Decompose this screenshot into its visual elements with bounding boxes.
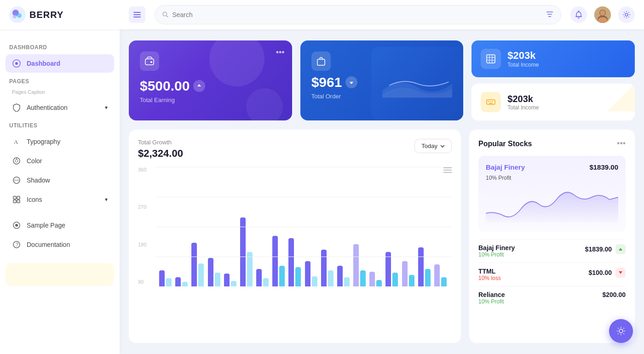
bar-blue [295, 267, 301, 286]
sidebar-item-documentation[interactable]: ? Documentation [6, 235, 114, 254]
sidebar-item-typography[interactable]: A Typography [6, 132, 114, 151]
sidebar-pages-caption: Pages Caption [6, 88, 114, 98]
svg-point-19 [625, 13, 628, 16]
bar-blue [425, 269, 431, 286]
svg-rect-47 [492, 101, 493, 102]
stock-list-item-3: Reliance 10% Profit $200.00 [478, 286, 626, 309]
chart-header: Total Growth $2,324.00 Today [138, 139, 452, 160]
search-icon [162, 11, 168, 18]
fab-settings-button[interactable] [609, 319, 633, 343]
sidebar: Dashboard Dashboard Pages Pages Caption … [0, 29, 120, 354]
bar-purple [272, 236, 278, 286]
sidebar-item-color[interactable]: Color [6, 152, 114, 170]
svg-point-21 [15, 62, 18, 65]
earning-card-icon [140, 51, 159, 71]
main-content: ••• $500.00 Total Earning [120, 29, 644, 354]
chart-title-area: Total Growth $2,324.00 [138, 139, 183, 160]
table-icon [486, 54, 496, 64]
svg-rect-48 [489, 103, 493, 104]
icons-icon [12, 195, 21, 204]
svg-point-7 [163, 12, 167, 16]
bar-blue [392, 273, 398, 286]
bar-group-14 [369, 272, 383, 286]
order-trend-badge [345, 76, 357, 88]
svg-point-24 [15, 160, 18, 162]
stocks-more-button[interactable]: ••• [617, 139, 626, 148]
stock-info-reliance: Reliance 10% Profit [478, 291, 505, 305]
y-label-270: 270 [138, 204, 155, 210]
bottom-section: Total Growth $2,324.00 Today [129, 130, 635, 343]
auth-icon [12, 103, 21, 112]
sidebar-bottom-promo [6, 263, 114, 286]
shadow-icon [12, 176, 21, 185]
search-input[interactable] [172, 11, 546, 18]
svg-rect-28 [13, 196, 16, 199]
stocks-card: Popular Stocks ••• Bajaj Finery $1839.00… [469, 130, 635, 343]
bar-lightblue [263, 278, 269, 286]
sidebar-item-dashboard[interactable]: Dashboard [6, 54, 114, 73]
bag-icon [316, 56, 326, 66]
svg-point-52 [619, 329, 623, 333]
bar-group-5 [224, 274, 238, 286]
sample-page-icon [12, 221, 21, 230]
bar-group-16 [402, 261, 416, 286]
bar-purple [208, 258, 213, 286]
bar-group-15 [385, 252, 399, 286]
y-axis-labels: 360 270 180 90 [138, 167, 155, 286]
bar-lightblue [247, 252, 253, 286]
dashboard-icon [12, 59, 21, 68]
stocks-header: Popular Stocks ••• [478, 139, 626, 148]
bar-lightblue [198, 263, 204, 286]
svg-rect-4 [133, 12, 141, 13]
today-filter-button[interactable]: Today [414, 139, 452, 153]
today-btn-label: Today [421, 143, 437, 149]
bar-purple [321, 250, 327, 286]
keyboard-icon [486, 97, 496, 107]
stock-profit-ttml: 10% loss [478, 275, 501, 281]
bar-group-1 [159, 270, 173, 286]
earning-trend-badge [193, 80, 205, 92]
bar-group-10 [305, 261, 319, 286]
chart-section: Total Growth $2,324.00 Today [129, 130, 461, 343]
svg-rect-38 [317, 59, 325, 65]
bar-lightblue [166, 278, 172, 286]
order-wave-decoration [371, 47, 463, 120]
bar-group-11 [321, 250, 335, 286]
top-cards-row: ••• $500.00 Total Earning [129, 40, 635, 120]
notification-button[interactable] [570, 6, 587, 23]
bar-lightblue [328, 270, 334, 286]
bar-group-7 [256, 269, 270, 286]
sidebar-section-utilities: Utilities [9, 122, 110, 129]
income-top-label: Total Income [507, 62, 539, 68]
sidebar-section-dashboard: Dashboard [9, 44, 110, 51]
bar-purple [224, 274, 230, 286]
sidebar-item-sample-page[interactable]: Sample Page [6, 216, 114, 234]
svg-rect-30 [13, 200, 16, 203]
featured-stock-name: Bajaj Finery [486, 163, 525, 171]
svg-rect-29 [17, 196, 20, 199]
bar-lightblue [215, 273, 220, 286]
header: BERRY [0, 0, 644, 29]
earning-card-more-button[interactable]: ••• [276, 48, 285, 57]
logo-area: BERRY [9, 6, 129, 23]
settings-button[interactable] [618, 6, 635, 23]
hamburger-button[interactable] [129, 6, 145, 23]
menu-icon [133, 12, 141, 17]
stock-name-bajaj: Bajaj Finery [478, 244, 515, 251]
sidebar-item-icons[interactable]: Icons ▾ [6, 190, 114, 209]
income-bottom-label: Total Income [507, 104, 539, 111]
filter-button[interactable] [546, 11, 553, 19]
avatar[interactable] [594, 6, 611, 23]
bar-purple [337, 266, 343, 286]
card-total-earning: ••• $500.00 Total Earning [129, 40, 292, 120]
trend-down-icon [349, 80, 354, 85]
sidebar-item-authentication[interactable]: Authentication ▾ [6, 98, 114, 117]
sidebar-item-shadow[interactable]: Shadow [6, 171, 114, 189]
right-panel: Popular Stocks ••• Bajaj Finery $1839.00… [469, 130, 635, 343]
app-name: BERRY [29, 10, 63, 20]
typography-icon: A [12, 137, 21, 146]
wallet-icon [144, 56, 155, 66]
y-label-180: 180 [138, 242, 155, 247]
bar-purple [159, 270, 165, 286]
svg-point-33 [15, 224, 18, 227]
